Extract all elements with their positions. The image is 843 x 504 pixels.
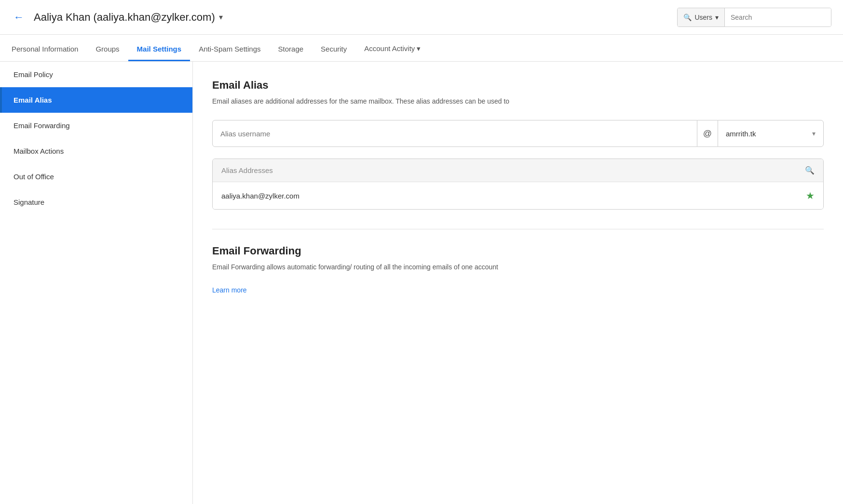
learn-more-link[interactable]: Learn more: [212, 286, 247, 294]
alias-search-icon[interactable]: 🔍: [805, 166, 815, 175]
search-users-label: Users: [694, 13, 712, 21]
alias-address-row: aaliya.khan@zylker.com ★: [213, 182, 823, 209]
tab-personal-information[interactable]: Personal Information: [12, 45, 87, 61]
alias-address-value: aaliya.khan@zylker.com: [221, 192, 299, 200]
tab-groups[interactable]: Groups: [87, 45, 128, 61]
section-divider: [212, 229, 824, 229]
search-input[interactable]: [725, 8, 831, 27]
alias-addresses-box: Alias Addresses 🔍 aaliya.khan@zylker.com…: [212, 159, 824, 210]
tab-anti-spam-settings[interactable]: Anti-Spam Settings: [190, 45, 269, 61]
sidebar-item-out-of-office[interactable]: Out of Office: [0, 164, 192, 189]
sidebar-item-mailbox-actions[interactable]: Mailbox Actions: [0, 138, 192, 164]
user-title-dropdown[interactable]: Aaliya Khan (aaliya.khan@zylker.com) ▾: [34, 11, 223, 24]
top-nav: Personal Information Groups Mail Setting…: [0, 35, 843, 62]
email-alias-title: Email Alias: [212, 79, 824, 92]
header: ← Aaliya Khan (aaliya.khan@zylker.com) ▾…: [0, 0, 843, 35]
alias-addresses-label: Alias Addresses: [221, 166, 273, 174]
email-forwarding-title: Email Forwarding: [212, 245, 824, 257]
header-search: 🔍 Users ▾: [677, 8, 831, 27]
sidebar: Email Policy Email Alias Email Forwardin…: [0, 62, 193, 504]
main-content: Email Alias Email aliases are additional…: [193, 62, 843, 504]
layout: Email Policy Email Alias Email Forwardin…: [0, 62, 843, 504]
sidebar-item-email-alias[interactable]: Email Alias: [0, 87, 192, 113]
email-forwarding-description: Email Forwarding allows automatic forwar…: [212, 262, 824, 272]
sidebar-item-signature[interactable]: Signature: [0, 189, 192, 215]
search-users-button[interactable]: 🔍 Users ▾: [678, 8, 725, 27]
alias-addresses-header: Alias Addresses 🔍: [213, 159, 823, 182]
tab-storage[interactable]: Storage: [270, 45, 313, 61]
back-button[interactable]: ←: [12, 9, 26, 26]
star-icon[interactable]: ★: [806, 190, 815, 201]
domain-select-value: amrrith.tk: [726, 130, 756, 138]
domain-chevron-icon: ▾: [812, 130, 816, 137]
sidebar-item-email-policy[interactable]: Email Policy: [0, 62, 192, 87]
at-symbol: @: [697, 120, 718, 147]
alias-input-row: @ amrrith.tk ▾: [212, 120, 824, 147]
tab-account-activity[interactable]: Account Activity ▾: [355, 44, 429, 61]
sidebar-item-email-forwarding[interactable]: Email Forwarding: [0, 113, 192, 138]
alias-username-input[interactable]: [212, 120, 697, 147]
domain-select[interactable]: amrrith.tk ▾: [718, 120, 824, 147]
tab-security[interactable]: Security: [312, 45, 355, 61]
tab-mail-settings[interactable]: Mail Settings: [128, 45, 190, 61]
chevron-down-icon: ▾: [219, 13, 223, 22]
search-icon: 🔍: [683, 13, 692, 21]
email-alias-description: Email aliases are additional addresses f…: [212, 96, 824, 106]
user-title-text: Aaliya Khan (aaliya.khan@zylker.com): [34, 11, 215, 24]
search-users-chevron-icon: ▾: [715, 13, 719, 21]
